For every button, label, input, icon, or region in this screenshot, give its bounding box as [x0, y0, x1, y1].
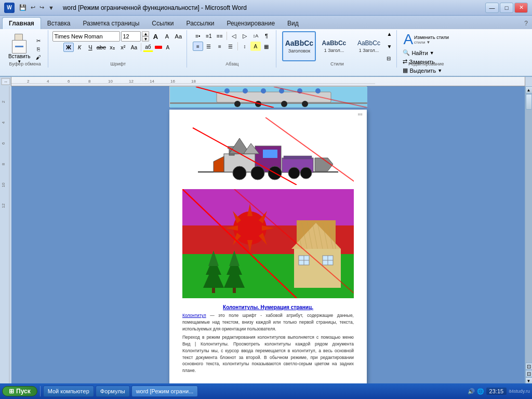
more-quick-btn[interactable]: ▼	[47, 4, 56, 11]
subscript-button[interactable]: x₂	[107, 43, 117, 52]
list-row: ≡• ≡1 ≡≡ ◁ ▷ ↕A ¶	[193, 31, 272, 41]
superscript-button[interactable]: x²	[118, 43, 128, 52]
grow-font-button[interactable]: A	[150, 32, 161, 41]
scroll-up-button[interactable]: ▲	[525, 86, 533, 94]
scroll-page-down[interactable]: ⊡	[525, 370, 533, 377]
tab-view[interactable]: Вид	[281, 18, 305, 29]
scroll-track	[525, 94, 533, 363]
word-label: word [Режим ограни...	[136, 388, 194, 394]
help-button[interactable]: ?	[520, 18, 532, 29]
title-bar: W 💾 ↩ ↪ ▼ word [Режим ограниченной функц…	[0, 0, 532, 16]
font-case-button[interactable]: Аа	[129, 43, 139, 52]
clipboard-group: Вставить ▼ ✂ ⎘ 🖌 Буфер обмена	[2, 30, 48, 68]
styles-more-button[interactable]: ⊟	[387, 56, 392, 61]
increase-indent-button[interactable]: ▷	[240, 31, 250, 41]
line-spacing-button[interactable]: ↕	[240, 42, 250, 51]
align-right-button[interactable]: ≡	[215, 42, 225, 51]
font-color-indicator	[155, 46, 162, 49]
tab-home[interactable]: Главная	[2, 17, 41, 29]
ruler-area: ↔ 2 4 6 8 10 12 14 16 18	[0, 77, 532, 86]
sort-button[interactable]: ↕A	[250, 31, 261, 41]
svg-point-46	[251, 166, 264, 180]
style-heading1-label: Заголовок	[288, 48, 310, 54]
maximize-button[interactable]: □	[500, 3, 513, 13]
taskbar: ⊞ Пуск Мой компьютер Формулы word [Режим…	[0, 383, 532, 399]
select-button[interactable]: ▦ Выделить ▼	[401, 66, 451, 74]
numbering-button[interactable]: ≡1	[204, 31, 214, 41]
scroll-thumb[interactable]	[526, 94, 532, 110]
highlight-button[interactable]: аб	[143, 43, 153, 52]
ribbon-tab-bar: Главная Вставка Разметка страницы Ссылки…	[0, 16, 532, 29]
paste-button[interactable]: Вставить ▼	[6, 33, 32, 65]
scene-drawing	[182, 189, 354, 298]
svg-text:12: 12	[129, 79, 134, 84]
strikethrough-button[interactable]: abe	[96, 43, 107, 52]
scroll-page-up[interactable]: ⊡	[525, 363, 533, 370]
doc-heading: Колонтитулы. Нумерация страниц.	[182, 304, 354, 310]
bold-button[interactable]: Ж	[63, 43, 74, 52]
align-center-button[interactable]: ☰	[204, 42, 214, 51]
find-button[interactable]: 🔍 Найти ▼	[401, 49, 451, 57]
cut-button[interactable]: ✂	[33, 37, 44, 45]
style-heading3[interactable]: AaBbCc 1 Загол...	[352, 31, 385, 61]
ruler-corner: ↔	[0, 77, 11, 86]
format-painter-button[interactable]: 🖌	[33, 54, 44, 61]
separator3	[237, 42, 238, 50]
taskbar-formulas[interactable]: Формулы	[96, 385, 130, 397]
styles-up-button[interactable]: ▲	[387, 31, 392, 37]
redo-quick-btn[interactable]: ↪	[38, 4, 46, 11]
style-heading1-preview: AaBbCc	[285, 39, 313, 47]
shrink-font-button[interactable]: A	[162, 32, 172, 41]
borders-button[interactable]: ▦	[261, 42, 272, 51]
start-label: Пуск	[16, 388, 31, 395]
tab-references[interactable]: Ссылки	[145, 18, 180, 29]
taskbar-mycomputer[interactable]: Мой компьютер	[43, 385, 94, 397]
svg-point-50	[288, 167, 300, 179]
italic-button[interactable]: К	[74, 43, 85, 52]
align-left-button[interactable]: ≡	[193, 42, 203, 51]
title-bar-left: W 💾 ↩ ↪ ▼ word [Режим ограниченной функц…	[4, 3, 247, 13]
decrease-indent-button[interactable]: ◁	[229, 31, 239, 41]
style-heading2[interactable]: AaBbCc 1 Загол...	[317, 31, 351, 61]
font-size-down[interactable]: ▼	[142, 36, 149, 42]
svg-text:6: 6	[1, 142, 6, 144]
undo-quick-btn[interactable]: ↩	[29, 4, 37, 11]
quick-access-toolbar: 💾 ↩ ↪ ▼	[18, 4, 56, 11]
vertical-scrollbar[interactable]: ▲ ⊡ ⊡ ▼	[525, 86, 532, 384]
font-name-input[interactable]	[52, 31, 120, 42]
show-marks-button[interactable]: ¶	[261, 31, 272, 41]
document-page: ≡≡	[169, 110, 367, 384]
taskbar-word[interactable]: word [Режим ограни...	[131, 385, 198, 397]
tray-icon1: 🔊	[468, 388, 475, 395]
font-size-input[interactable]	[121, 31, 141, 42]
start-icon: ⊞	[9, 388, 14, 395]
svg-text:4: 4	[1, 121, 6, 124]
horizontal-ruler: 2 4 6 8 10 12 14 16 18	[11, 77, 525, 86]
styles-down-button[interactable]: ▼	[387, 44, 392, 49]
copy-button[interactable]: ⎘	[33, 45, 44, 53]
svg-text:8: 8	[1, 163, 6, 165]
shading-button[interactable]: A	[250, 42, 261, 51]
svg-point-26	[261, 88, 266, 94]
tab-mailings[interactable]: Рассылки	[180, 18, 221, 29]
start-button[interactable]: ⊞ Пуск	[2, 386, 37, 396]
close-button[interactable]: ✕	[514, 3, 528, 13]
font-color-button[interactable]: А	[163, 43, 173, 52]
tab-page-layout[interactable]: Разметка страницы	[76, 18, 145, 29]
multilevel-list-button[interactable]: ≡≡	[215, 31, 225, 41]
replace-icon: ⇄	[403, 58, 407, 65]
styles-scroll: ▲ ▼ ⊟	[387, 31, 392, 61]
clear-format-button[interactable]: Аа	[173, 32, 183, 41]
minimize-button[interactable]: —	[485, 3, 499, 13]
justify-button[interactable]: ☰	[225, 42, 236, 51]
tab-insert[interactable]: Вставка	[41, 18, 77, 29]
underline-button[interactable]: Ч	[85, 43, 96, 52]
font-size-up[interactable]: ▲	[142, 31, 149, 36]
tab-review[interactable]: Рецензирование	[220, 18, 281, 29]
change-styles-button[interactable]: A Изменить стили стили ▼	[401, 31, 451, 48]
style-heading1[interactable]: AaBbCc Заголовок	[282, 31, 316, 61]
svg-text:↔: ↔	[4, 79, 8, 84]
save-quick-btn[interactable]: 💾	[18, 4, 28, 11]
train-strip	[169, 86, 367, 107]
bullets-button[interactable]: ≡•	[193, 31, 203, 41]
